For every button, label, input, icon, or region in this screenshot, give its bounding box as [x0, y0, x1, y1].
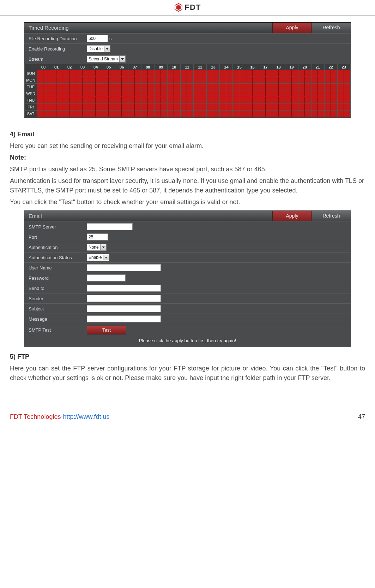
schedule-cell[interactable]: [246, 90, 259, 97]
message-input[interactable]: [87, 315, 161, 322]
schedule-cell[interactable]: [102, 70, 115, 77]
schedule-cell[interactable]: [194, 90, 207, 97]
schedule-cell[interactable]: [128, 90, 141, 97]
schedule-cell[interactable]: [311, 77, 324, 84]
schedule-cell[interactable]: [50, 84, 63, 90]
schedule-cell[interactable]: [89, 104, 102, 111]
schedule-cell[interactable]: [141, 111, 155, 117]
schedule-cell[interactable]: [207, 77, 220, 84]
schedule-cell[interactable]: [324, 97, 337, 104]
schedule-cell[interactable]: [220, 97, 233, 104]
schedule-cell[interactable]: [168, 104, 181, 111]
schedule-cell[interactable]: [115, 104, 128, 111]
schedule-cell[interactable]: [194, 70, 207, 77]
schedule-cell[interactable]: [246, 111, 259, 117]
schedule-cell[interactable]: [298, 97, 311, 104]
schedule-cell[interactable]: [272, 111, 285, 117]
schedule-cell[interactable]: [233, 111, 246, 117]
schedule-cell[interactable]: [298, 70, 311, 77]
schedule-cell[interactable]: [246, 84, 259, 90]
schedule-cell[interactable]: [298, 84, 311, 90]
schedule-cell[interactable]: [337, 84, 350, 90]
schedule-cell[interactable]: [311, 84, 324, 90]
schedule-cell[interactable]: [181, 70, 194, 77]
schedule-cell[interactable]: [324, 70, 337, 77]
sender-input[interactable]: [87, 295, 161, 302]
schedule-cell[interactable]: [220, 104, 233, 111]
schedule-cell[interactable]: [220, 84, 233, 90]
schedule-table[interactable]: 0001020304050607080910111213141516171819…: [24, 64, 351, 117]
schedule-cell[interactable]: [155, 70, 168, 77]
schedule-cell[interactable]: [155, 90, 168, 97]
schedule-cell[interactable]: [50, 104, 63, 111]
schedule-cell[interactable]: [324, 77, 337, 84]
schedule-cell[interactable]: [155, 97, 168, 104]
schedule-cell[interactable]: [141, 97, 155, 104]
schedule-cell[interactable]: [76, 84, 89, 90]
schedule-cell[interactable]: [168, 97, 181, 104]
schedule-cell[interactable]: [141, 90, 155, 97]
schedule-cell[interactable]: [324, 90, 337, 97]
schedule-cell[interactable]: [115, 97, 128, 104]
schedule-cell[interactable]: [128, 84, 141, 90]
schedule-cell[interactable]: [207, 84, 220, 90]
schedule-cell[interactable]: [194, 84, 207, 90]
schedule-cell[interactable]: [115, 111, 128, 117]
schedule-cell[interactable]: [311, 111, 324, 117]
schedule-cell[interactable]: [311, 70, 324, 77]
schedule-cell[interactable]: [194, 77, 207, 84]
schedule-cell[interactable]: [311, 97, 324, 104]
schedule-cell[interactable]: [168, 77, 181, 84]
schedule-cell[interactable]: [89, 70, 102, 77]
schedule-cell[interactable]: [194, 111, 207, 117]
schedule-cell[interactable]: [181, 111, 194, 117]
refresh-button[interactable]: Refresh: [312, 211, 351, 221]
schedule-cell[interactable]: [324, 104, 337, 111]
schedule-cell[interactable]: [233, 97, 246, 104]
schedule-cell[interactable]: [233, 77, 246, 84]
duration-input[interactable]: [87, 35, 108, 42]
schedule-cell[interactable]: [63, 90, 76, 97]
schedule-cell[interactable]: [194, 97, 207, 104]
schedule-cell[interactable]: [285, 104, 298, 111]
schedule-cell[interactable]: [233, 84, 246, 90]
schedule-cell[interactable]: [128, 104, 141, 111]
schedule-cell[interactable]: [207, 70, 220, 77]
schedule-cell[interactable]: [76, 111, 89, 117]
stream-select[interactable]: Second Stream: [87, 55, 126, 63]
schedule-cell[interactable]: [128, 77, 141, 84]
schedule-cell[interactable]: [285, 70, 298, 77]
schedule-cell[interactable]: [50, 111, 63, 117]
schedule-cell[interactable]: [89, 97, 102, 104]
schedule-cell[interactable]: [168, 84, 181, 90]
schedule-cell[interactable]: [76, 104, 89, 111]
schedule-cell[interactable]: [311, 90, 324, 97]
schedule-cell[interactable]: [37, 104, 50, 111]
schedule-cell[interactable]: [63, 97, 76, 104]
schedule-cell[interactable]: [168, 70, 181, 77]
schedule-cell[interactable]: [37, 97, 50, 104]
schedule-cell[interactable]: [115, 70, 128, 77]
schedule-cell[interactable]: [337, 70, 350, 77]
schedule-cell[interactable]: [115, 84, 128, 90]
schedule-cell[interactable]: [272, 90, 285, 97]
schedule-cell[interactable]: [233, 70, 246, 77]
enable-recording-select[interactable]: Disable: [87, 45, 110, 52]
schedule-cell[interactable]: [207, 111, 220, 117]
schedule-cell[interactable]: [220, 111, 233, 117]
schedule-cell[interactable]: [37, 84, 50, 90]
schedule-cell[interactable]: [298, 90, 311, 97]
schedule-cell[interactable]: [181, 77, 194, 84]
user-input[interactable]: [87, 264, 161, 271]
schedule-cell[interactable]: [50, 90, 63, 97]
schedule-cell[interactable]: [141, 84, 155, 90]
schedule-cell[interactable]: [207, 90, 220, 97]
schedule-cell[interactable]: [141, 77, 155, 84]
schedule-cell[interactable]: [89, 77, 102, 84]
subject-input[interactable]: [87, 305, 161, 312]
schedule-cell[interactable]: [272, 104, 285, 111]
schedule-cell[interactable]: [102, 77, 115, 84]
auth-select[interactable]: None: [87, 244, 107, 251]
schedule-cell[interactable]: [63, 111, 76, 117]
schedule-cell[interactable]: [324, 84, 337, 90]
